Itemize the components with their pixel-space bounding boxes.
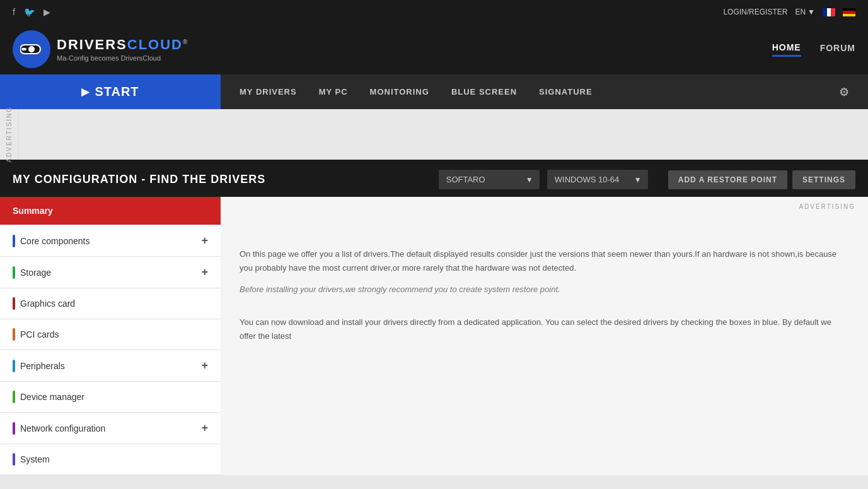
advertising-bar: ADVERTISING: [0, 109, 868, 160]
tagline: Ma-Config becomes DriversCloud: [57, 54, 188, 62]
sidebar-item-left: Device manager: [13, 391, 84, 403]
profile-dropdown[interactable]: SOFTARO: [439, 170, 540, 189]
sidebar: Summary Core components + Storage +: [0, 197, 221, 475]
sub-nav: MY DRIVERS MY PC MONITORING BLUE SCREEN …: [221, 74, 868, 109]
nav-home[interactable]: HOME: [772, 42, 801, 57]
sidebar-item-left: Graphics card: [13, 297, 75, 310]
start-label: START: [95, 85, 139, 99]
config-header: MY CONFIGURATION - FIND THE DRIVERS SOFT…: [0, 160, 868, 197]
start-button[interactable]: ▶ START: [0, 74, 221, 109]
sidebar-item-network-configuration[interactable]: Network configuration +: [0, 413, 221, 444]
peripherals-expand-icon: +: [201, 359, 208, 372]
sidebar-item-left: Core components: [13, 235, 90, 247]
flag-de[interactable]: [843, 8, 855, 16]
advertising-sidebar-label: ADVERTISING: [0, 109, 19, 160]
device-color-bar: [13, 391, 15, 403]
advertising-content: [19, 109, 868, 160]
header: DRIVERSCLOUD® Ma-Config becomes DriversC…: [0, 24, 868, 74]
settings-button[interactable]: SETTINGS: [792, 170, 855, 189]
subnav-my-pc[interactable]: MY PC: [319, 87, 348, 97]
add-restore-point-button[interactable]: ADD A RESTORE POINT: [668, 170, 787, 189]
sidebar-item-device-manager[interactable]: Device manager: [0, 382, 221, 413]
sidebar-system-label: System: [20, 454, 50, 464]
main-content: ADVERTISING On this page we offer you a …: [221, 197, 868, 475]
flag-fr[interactable]: [823, 8, 835, 16]
sub-nav-items: MY DRIVERS MY PC MONITORING BLUE SCREEN …: [240, 87, 593, 97]
sidebar-item-summary[interactable]: Summary: [0, 197, 221, 225]
info-text-block-2: You can now download and install your dr…: [240, 315, 849, 343]
network-color-bar: [13, 422, 15, 435]
sidebar-item-pci-cards[interactable]: PCI cards: [0, 319, 221, 350]
brand-name: DRIVERSCLOUD®: [57, 37, 188, 53]
network-expand-icon: +: [201, 421, 208, 435]
sidebar-pci-label: PCI cards: [20, 329, 59, 339]
nav-forum[interactable]: FORUM: [820, 43, 855, 56]
sidebar-item-left: Peripherals: [13, 360, 65, 372]
info-paragraph-2: Before installing your drivers,we strong…: [240, 283, 849, 297]
sidebar-core-label: Core components: [20, 236, 90, 246]
sidebar-network-label: Network configuration: [20, 423, 105, 433]
config-title: MY CONFIGURATION - FIND THE DRIVERS: [13, 173, 265, 186]
twitter-icon[interactable]: 🐦: [24, 7, 35, 17]
info-text-block-1: On this page we offer you a list of driv…: [240, 247, 849, 297]
login-register-link[interactable]: LOGIN/REGISTER: [723, 8, 787, 16]
info-paragraph-3: You can now download and install your dr…: [240, 315, 849, 343]
peripherals-color-bar: [13, 360, 15, 372]
sidebar-storage-label: Storage: [20, 268, 51, 278]
sidebar-item-left: Storage: [13, 266, 51, 279]
os-dropdown[interactable]: WINDOWS 10-64: [547, 170, 648, 189]
social-links: f 🐦 ▶: [13, 7, 50, 17]
profile-dropdown-wrapper[interactable]: SOFTARO ▼: [439, 170, 540, 189]
facebook-icon[interactable]: f: [13, 7, 15, 17]
top-bar-right: LOGIN/REGISTER EN ▼: [723, 8, 855, 16]
core-expand-icon: +: [201, 234, 208, 247]
logo-area: DRIVERSCLOUD® Ma-Config becomes DriversC…: [13, 30, 188, 68]
logo-icon: [13, 30, 50, 68]
config-actions: ADD A RESTORE POINT SETTINGS: [668, 170, 855, 189]
main-nav: HOME FORUM: [772, 42, 855, 57]
logo-text: DRIVERSCLOUD® Ma-Config becomes DriversC…: [57, 37, 188, 62]
sidebar-graphics-label: Graphics card: [20, 298, 75, 309]
advertising-text: ADVERTISING: [6, 106, 13, 163]
core-color-bar: [13, 235, 15, 247]
sidebar-summary-label: Summary: [13, 206, 53, 216]
start-arrow-icon: ▶: [81, 86, 90, 98]
sidebar-item-core-components[interactable]: Core components +: [0, 225, 221, 257]
sidebar-item-system[interactable]: System: [0, 444, 221, 475]
subnav-monitoring[interactable]: MONITORING: [370, 87, 429, 97]
main-advertising-label: ADVERTISING: [799, 203, 855, 210]
subnav-my-drivers[interactable]: MY DRIVERS: [240, 87, 297, 97]
subnav-signature[interactable]: SIGNATURE: [539, 87, 593, 97]
sidebar-item-left: System: [13, 453, 50, 466]
start-section: ▶ START MY DRIVERS MY PC MONITORING BLUE…: [0, 74, 868, 109]
pci-color-bar: [13, 328, 15, 341]
storage-color-bar: [13, 266, 15, 279]
svg-point-1: [28, 46, 35, 52]
sidebar-item-graphics-card[interactable]: Graphics card: [0, 288, 221, 319]
sidebar-item-left: Network configuration: [13, 422, 105, 435]
svg-rect-2: [21, 48, 26, 50]
youtube-icon[interactable]: ▶: [43, 7, 50, 17]
language-selector[interactable]: EN ▼: [795, 8, 815, 16]
subnav-blue-screen[interactable]: BLUE SCREEN: [451, 87, 517, 97]
graphics-color-bar: [13, 297, 15, 310]
sidebar-item-left: PCI cards: [13, 328, 59, 341]
logo-svg: [20, 42, 43, 56]
main-container: MY CONFIGURATION - FIND THE DRIVERS SOFT…: [0, 160, 868, 475]
sidebar-item-peripherals[interactable]: Peripherals +: [0, 350, 221, 382]
os-dropdown-wrapper[interactable]: WINDOWS 10-64 ▼: [547, 170, 648, 189]
storage-expand-icon: +: [201, 266, 208, 279]
system-color-bar: [13, 453, 15, 466]
settings-icon[interactable]: ⚙: [839, 85, 849, 99]
sidebar-device-label: Device manager: [20, 392, 84, 402]
sidebar-item-storage[interactable]: Storage +: [0, 257, 221, 288]
info-paragraph-1: On this page we offer you a list of driv…: [240, 247, 849, 275]
config-controls: SOFTARO ▼ WINDOWS 10-64 ▼ ADD A RESTORE …: [439, 170, 855, 189]
top-bar: f 🐦 ▶ LOGIN/REGISTER EN ▼: [0, 0, 868, 24]
content-area: Summary Core components + Storage +: [0, 197, 868, 475]
sidebar-peripherals-label: Peripherals: [20, 361, 65, 371]
